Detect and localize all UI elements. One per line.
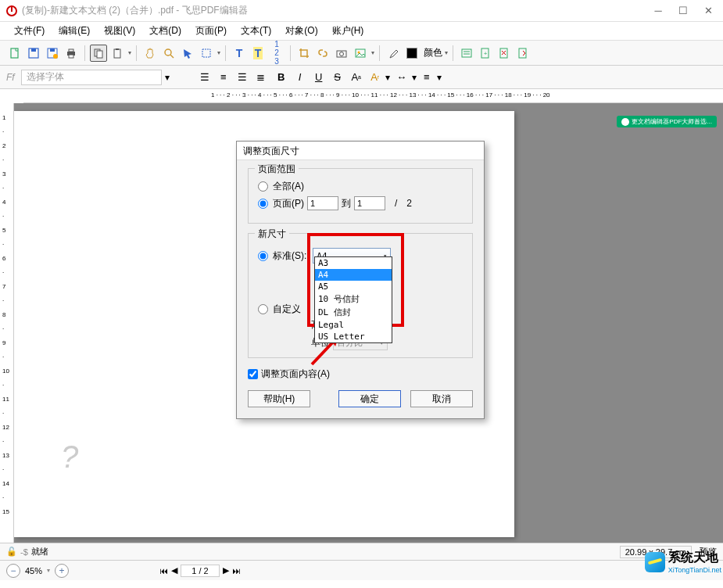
italic-button[interactable]: I (292, 70, 309, 85)
svg-text:+: + (484, 50, 488, 57)
lock-icon: 🔓 (6, 547, 17, 557)
status-text: 就绪 (31, 546, 48, 558)
add-page-button[interactable]: + (477, 45, 494, 62)
ok-button[interactable]: 确定 (338, 390, 401, 407)
image-tool[interactable] (352, 45, 369, 62)
save-button[interactable] (25, 45, 42, 62)
window-controls: ─ ☐ ✕ (653, 5, 714, 16)
align-left-button[interactable]: ☰ (196, 70, 213, 85)
page-range-fieldset: 页面范围 全部(A) 页面(P) 到 / 2 (248, 168, 473, 224)
page-range-legend: 页面范围 (255, 163, 299, 176)
last-page-button[interactable]: ⏭ (232, 566, 241, 575)
maximize-button[interactable]: ☐ (678, 5, 689, 16)
custom-label: 自定义 (273, 303, 301, 316)
strikethrough-button[interactable]: S (329, 70, 346, 85)
new-size-legend: 新尺寸 (255, 228, 289, 241)
zoom-bar: − 45% ▾ + ⏮ ◀ ▶ ⏭ (0, 560, 723, 580)
menu-text[interactable]: 文本(T) (234, 23, 277, 39)
align-center-button[interactable]: ≡ (215, 70, 232, 85)
svg-rect-12 (116, 48, 119, 50)
watermark-url: XiTongTianDi.net (668, 566, 721, 574)
horizontal-ruler: 1 · · · 2 · · · 3 · · · 4 · · · 5 · · · … (23, 89, 723, 103)
resize-page-dialog: 调整页面尺寸 页面范围 全部(A) 页面(P) 到 / 2 新尺寸 标准(S): (236, 141, 485, 419)
pages-label: 页面(P) (273, 197, 304, 210)
prev-page-button[interactable]: ◀ (171, 565, 177, 575)
size-option[interactable]: 10 号信封 (315, 292, 392, 306)
watermark-name: 系统天地 (668, 550, 721, 566)
align-justify-button[interactable]: ≣ (252, 70, 270, 85)
next-page-button[interactable]: ▶ (223, 565, 229, 575)
window-title: (复制)-新建文本文档 (2)（合并）.pdf - 飞思PDF编辑器 (22, 4, 653, 17)
hand-tool[interactable] (141, 45, 159, 62)
size-option[interactable]: A3 (315, 257, 392, 269)
menu-view[interactable]: 视图(V) (98, 23, 141, 39)
new-button[interactable] (6, 45, 23, 62)
menu-object[interactable]: 对象(O) (279, 23, 324, 39)
fill-color[interactable] (403, 45, 421, 62)
custom-size-radio[interactable] (258, 304, 268, 314)
size-option[interactable]: A5 (315, 281, 392, 292)
size-option[interactable]: A4 (315, 269, 392, 281)
align-right-button[interactable]: ☰ (234, 70, 251, 85)
line-spacing-button[interactable]: ≡ (418, 70, 435, 85)
zoom-level: 45% (25, 566, 42, 575)
bold-button[interactable]: B (273, 70, 290, 85)
superscript-button[interactable]: Aa (348, 70, 365, 85)
svg-rect-15 (202, 49, 210, 57)
font-select[interactable]: 选择字体 (21, 70, 162, 85)
print-button[interactable] (63, 45, 80, 62)
zoom-tool[interactable] (160, 45, 177, 62)
underline-button[interactable]: U (310, 70, 327, 85)
menu-edit[interactable]: 编辑(E) (52, 23, 96, 39)
from-page-input[interactable] (307, 196, 338, 210)
close-button[interactable]: ✕ (703, 5, 714, 16)
size-option[interactable]: Legal (315, 319, 392, 331)
help-button[interactable]: 帮助(H) (248, 390, 310, 407)
color-label: 颜色 (424, 46, 442, 59)
page-range-radio[interactable] (258, 199, 268, 209)
size-dropdown[interactable]: A3A4A510 号信封DL 信封LegalUS Letter (314, 256, 392, 343)
minimize-button[interactable]: ─ (653, 5, 664, 16)
svg-rect-8 (69, 55, 73, 58)
highlight-text-tool[interactable]: T (249, 45, 267, 62)
char-spacing-button[interactable]: ↔ (393, 70, 410, 85)
cancel-button[interactable]: 取消 (410, 390, 473, 407)
page-nav: ⏮ ◀ ▶ ⏭ (159, 565, 241, 577)
eyedropper-tool[interactable] (385, 45, 402, 62)
text-tool[interactable]: T (231, 45, 248, 62)
all-pages-radio[interactable] (258, 181, 268, 192)
size-option[interactable]: US Letter (315, 331, 392, 342)
to-page-input[interactable] (354, 196, 385, 210)
menu-document[interactable]: 文档(D) (143, 23, 188, 39)
app-icon (6, 5, 17, 16)
saveas-button[interactable] (44, 45, 61, 62)
marquee-tool[interactable] (198, 45, 215, 62)
extract-page-button[interactable] (514, 45, 532, 62)
vertical-text-tool[interactable]: 123 (268, 45, 285, 62)
link-tool[interactable] (314, 45, 331, 62)
promo-badge[interactable]: 更文档编辑器PDF大师首选... (617, 116, 717, 127)
first-page-button[interactable]: ⏮ (159, 566, 168, 575)
to-label: 到 (342, 197, 351, 210)
svg-rect-2 (31, 48, 36, 52)
delete-page-button[interactable] (496, 45, 513, 62)
menu-file[interactable]: 文件(F) (8, 23, 51, 39)
svg-rect-11 (114, 49, 120, 58)
copy-button[interactable] (90, 45, 107, 62)
page-input[interactable] (181, 565, 220, 577)
size-option[interactable]: DL 信封 (315, 306, 392, 319)
paste-button[interactable] (109, 45, 126, 62)
svg-line-14 (170, 55, 174, 58)
adjust-content-checkbox[interactable] (248, 369, 258, 379)
zoom-out-button[interactable]: − (6, 564, 20, 578)
crop-tool[interactable] (295, 45, 313, 62)
form-button[interactable] (458, 45, 475, 62)
snapshot-tool[interactable] (333, 45, 350, 62)
menu-account[interactable]: 账户(H) (326, 23, 370, 39)
standard-size-radio[interactable] (258, 251, 268, 261)
zoom-in-button[interactable]: + (55, 564, 69, 578)
select-tool[interactable] (179, 45, 196, 62)
menu-page[interactable]: 页面(P) (189, 23, 233, 39)
font-prefix: Ff (6, 72, 15, 83)
subscript-button[interactable]: Ar (367, 70, 384, 85)
